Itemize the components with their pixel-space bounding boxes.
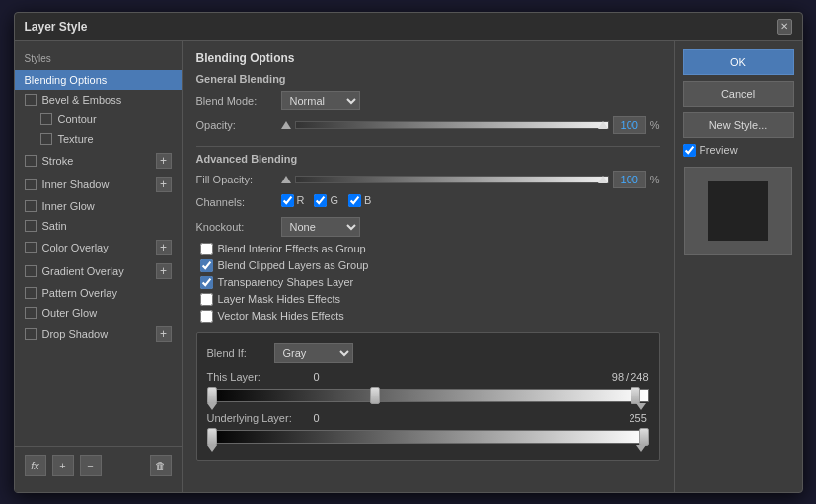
sidebar-check-outer-glow[interactable] [25, 307, 37, 319]
fill-opacity-thumb[interactable] [598, 176, 608, 183]
sidebar-check-color-overlay[interactable] [25, 242, 37, 253]
sidebar-item-bevel-emboss[interactable]: Bevel & Emboss [15, 90, 182, 109]
this-layer-row: This Layer: 0 98 / 248 [207, 371, 649, 383]
vector-mask-hides-checkbox[interactable] [200, 310, 213, 323]
sidebar-check-inner-glow[interactable] [25, 200, 37, 212]
sidebar-item-outer-glow[interactable]: Outer Glow [15, 303, 182, 323]
sidebar-item-inner-glow[interactable]: Inner Glow [15, 196, 182, 216]
sidebar-item-pattern-overlay[interactable]: Pattern Overlay [15, 283, 182, 303]
divider-1 [196, 146, 660, 147]
preview-inner [708, 181, 768, 241]
new-style-button[interactable]: New Style... [683, 112, 794, 138]
this-layer-right-handle[interactable] [631, 387, 640, 404]
sidebar-item-satin[interactable]: Satin [15, 216, 182, 236]
stroke-add-button[interactable]: + [156, 153, 172, 169]
channel-g: G [314, 194, 338, 207]
sidebar-item-label: Texture [58, 133, 94, 145]
opacity-thumb[interactable] [598, 121, 608, 129]
this-layer-mid-left-handle[interactable] [370, 387, 380, 404]
blend-clipped-checkbox[interactable] [200, 259, 213, 272]
sidebar-item-blending-options[interactable]: Blending Options [15, 70, 182, 90]
checkbox-vector-mask-hides: Vector Mask Hides Effects [196, 310, 660, 323]
sidebar-item-label: Blending Options [25, 74, 108, 86]
channel-b-checkbox[interactable] [348, 194, 361, 207]
sidebar-item-label: Color Overlay [42, 242, 109, 253]
inner-shadow-add-button[interactable]: + [156, 177, 172, 192]
fill-opacity-value[interactable]: 100 [613, 171, 646, 188]
sidebar-check-drop-shadow[interactable] [25, 328, 37, 340]
sidebar-item-texture[interactable]: Texture [15, 129, 182, 149]
transparency-shapes-checkbox[interactable] [200, 276, 213, 289]
sidebar: Styles Blending Options Bevel & Emboss C… [15, 41, 183, 492]
blend-mode-select[interactable]: Normal Dissolve Multiply Screen [281, 91, 360, 110]
cancel-button[interactable]: Cancel [683, 81, 794, 107]
this-layer-left-handle[interactable] [207, 387, 217, 404]
sidebar-item-label: Gradient Overlay [42, 265, 124, 277]
sidebar-check-stroke[interactable] [25, 155, 37, 167]
blend-interior-label: Blend Interior Effects as Group [218, 243, 366, 254]
sidebar-item-drop-shadow[interactable]: Drop Shadow + [15, 323, 182, 346]
this-layer-values: 98 / 248 [612, 371, 649, 383]
this-layer-label: This Layer: [207, 371, 306, 383]
sidebar-item-contour[interactable]: Contour [15, 109, 182, 129]
underlying-layer-right-handle[interactable] [639, 428, 649, 446]
blend-interior-checkbox[interactable] [200, 243, 213, 255]
sidebar-check-satin[interactable] [25, 220, 37, 232]
blend-if-select[interactable]: Gray Red Green Blue [274, 343, 353, 363]
preview-area [684, 167, 792, 255]
fill-opacity-slider[interactable] [295, 176, 609, 183]
fx-button[interactable]: fx [25, 455, 46, 476]
blend-mode-label: Blend Mode: [196, 95, 275, 107]
fill-opacity-label: Fill Opacity: [196, 174, 275, 185]
channel-r: R [281, 194, 305, 207]
knockout-row: Knockout: None Shallow Deep [196, 217, 660, 237]
close-button[interactable]: ✕ [777, 19, 792, 35]
ok-button[interactable]: OK [683, 49, 794, 75]
sidebar-check-contour[interactable] [40, 113, 52, 125]
color-overlay-add-button[interactable]: + [156, 240, 172, 255]
right-panel: OK Cancel New Style... Preview [674, 41, 802, 492]
fill-opacity-row: Fill Opacity: 100 % [196, 171, 660, 188]
drop-shadow-add-button[interactable]: + [156, 326, 172, 342]
add-style-button[interactable]: + [52, 455, 74, 476]
underlying-layer-row: Underlying Layer: 0 255 [207, 412, 649, 424]
gradient-overlay-add-button[interactable]: + [156, 263, 172, 279]
preview-checkbox[interactable] [683, 144, 696, 157]
channel-b: B [348, 194, 371, 207]
blend-if-label: Blend If: [207, 347, 266, 359]
sidebar-item-stroke[interactable]: Stroke + [15, 149, 182, 173]
opacity-slider[interactable] [295, 121, 609, 129]
sidebar-check-gradient-overlay[interactable] [25, 265, 37, 277]
delete-style-button[interactable]: 🗑 [150, 455, 172, 476]
underlying-layer-slider-track[interactable] [207, 430, 649, 444]
sidebar-check-pattern-overlay[interactable] [25, 287, 37, 299]
sidebar-check-bevel[interactable] [25, 94, 37, 106]
underlying-layer-left-handle[interactable] [207, 428, 217, 446]
layer-mask-hides-checkbox[interactable] [200, 293, 213, 306]
sidebar-check-inner-shadow[interactable] [25, 179, 37, 190]
dialog-title: Layer Style [25, 20, 88, 34]
sidebar-item-label: Bevel & Emboss [42, 94, 122, 106]
main-panel: Blending Options General Blending Blend … [183, 41, 674, 492]
remove-style-button[interactable]: − [80, 455, 102, 476]
checkbox-blend-clipped: Blend Clipped Layers as Group [196, 259, 660, 272]
sidebar-item-color-overlay[interactable]: Color Overlay + [15, 236, 182, 259]
sidebar-label: Styles [15, 49, 182, 70]
this-layer-min: 0 [314, 371, 334, 383]
knockout-select[interactable]: None Shallow Deep [281, 217, 360, 237]
this-layer-mid1: 98 [612, 371, 624, 383]
channel-r-checkbox[interactable] [281, 194, 294, 207]
sidebar-item-label: Drop Shadow [42, 328, 109, 340]
sidebar-item-gradient-overlay[interactable]: Gradient Overlay + [15, 259, 182, 283]
opacity-value[interactable]: 100 [613, 116, 646, 134]
sidebar-item-label: Inner Glow [42, 200, 95, 212]
sidebar-footer: fx + − 🗑 [15, 446, 182, 484]
channel-b-label: B [364, 194, 371, 206]
sidebar-check-texture[interactable] [40, 133, 52, 145]
preview-row: Preview [683, 144, 794, 157]
this-layer-slider-track[interactable] [207, 389, 649, 402]
channel-g-checkbox[interactable] [314, 194, 327, 207]
channel-r-label: R [297, 194, 305, 206]
opacity-percent: % [650, 119, 660, 131]
sidebar-item-inner-shadow[interactable]: Inner Shadow + [15, 173, 182, 196]
